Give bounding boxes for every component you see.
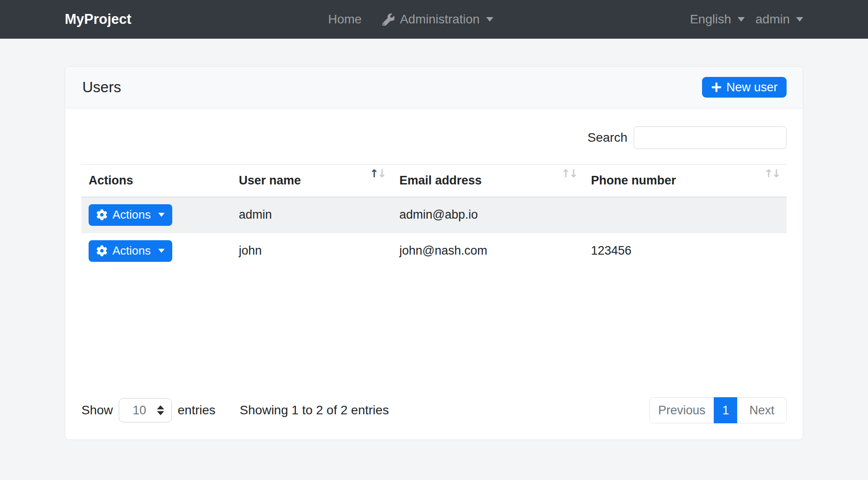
pagination-page-1[interactable]: 1 <box>714 397 738 423</box>
main-menu: Home Administration <box>131 12 690 27</box>
pagination-previous[interactable]: Previous <box>649 397 714 423</box>
column-label: Actions <box>89 174 133 187</box>
column-label: Email address <box>399 174 482 187</box>
language-dropdown[interactable]: English <box>690 12 745 27</box>
top-navbar: MyProject Home Administration English ad… <box>0 0 868 39</box>
page-size-select[interactable]: 10 <box>119 398 172 422</box>
column-label: Phone number <box>591 174 676 187</box>
cell-phone <box>584 197 787 233</box>
table-header-row: Actions User name ↑↓ Email address ↑↓ Ph… <box>81 165 787 197</box>
sort-icons: ↑↓ <box>370 167 385 180</box>
table-row: Actions admin admin@abp.io <box>81 197 787 233</box>
cell-actions: Actions <box>81 233 232 269</box>
sort-asc-icon: ↑ <box>370 167 377 180</box>
nav-home[interactable]: Home <box>328 12 362 27</box>
chevron-down-icon <box>738 17 745 22</box>
cell-actions: Actions <box>81 197 232 233</box>
column-header-user-name[interactable]: User name ↑↓ <box>232 165 392 197</box>
card-header: Users New user <box>65 67 803 108</box>
brand-logo[interactable]: MyProject <box>65 11 131 27</box>
plus-icon <box>711 82 722 93</box>
cell-user-name: john <box>232 233 392 269</box>
navbar-container: MyProject Home Administration English ad… <box>65 11 803 27</box>
column-header-email[interactable]: Email address ↑↓ <box>392 165 584 197</box>
sort-icons: ↑↓ <box>561 167 577 180</box>
entries-label: entries <box>178 403 215 417</box>
sort-asc-icon: ↑ <box>561 167 569 180</box>
chevron-down-icon <box>486 17 493 22</box>
nav-administration[interactable]: Administration <box>382 12 493 27</box>
gear-icon <box>96 209 107 220</box>
nav-administration-label: Administration <box>400 12 479 27</box>
sort-desc-icon: ↓ <box>377 167 385 180</box>
chevron-down-icon <box>158 249 165 253</box>
wrench-icon <box>382 13 394 26</box>
sort-desc-icon: ↓ <box>569 167 577 180</box>
chevron-down-icon <box>158 213 165 217</box>
new-user-button-label: New user <box>726 81 778 94</box>
user-label: admin <box>756 12 790 27</box>
chevron-down-icon <box>796 17 803 22</box>
cell-user-name: admin <box>232 197 392 233</box>
new-user-button[interactable]: New user <box>702 77 787 98</box>
navbar-right-menu: English admin <box>690 12 803 27</box>
pagination-next[interactable]: Next <box>737 397 787 423</box>
cell-email: admin@abp.io <box>392 197 584 233</box>
user-dropdown[interactable]: admin <box>756 12 803 27</box>
gear-icon <box>96 245 107 256</box>
page-size-group: Show 10 entries <box>81 398 215 422</box>
cell-phone: 123456 <box>584 233 787 269</box>
row-actions-label: Actions <box>112 244 151 258</box>
sort-asc-icon: ↑ <box>764 167 772 180</box>
sort-icons: ↑↓ <box>764 167 779 180</box>
search-row: Search <box>81 126 787 149</box>
cell-email: john@nash.com <box>392 233 584 269</box>
page-size-value: 10 <box>133 404 146 417</box>
page-content: Users New user Search Actions <box>0 66 868 440</box>
column-label: User name <box>239 174 301 187</box>
row-actions-button[interactable]: Actions <box>89 240 172 262</box>
card-body: Search Actions User name ↑↓ <box>65 108 803 440</box>
sort-desc-icon: ↓ <box>772 167 779 180</box>
search-input[interactable] <box>634 126 787 149</box>
users-card: Users New user Search Actions <box>65 66 803 440</box>
pagination: Previous 1 Next <box>649 397 787 423</box>
table-footer: Show 10 entries Showing 1 to 2 of 2 entr… <box>81 397 787 423</box>
search-label: Search <box>587 130 627 145</box>
row-actions-button[interactable]: Actions <box>89 204 172 226</box>
nav-home-label: Home <box>328 12 362 27</box>
arrow-up-icon <box>157 405 164 409</box>
language-label: English <box>690 12 731 27</box>
table-row: Actions john john@nash.com 123456 <box>81 233 787 269</box>
column-header-phone[interactable]: Phone number ↑↓ <box>584 165 787 197</box>
table-info: Showing 1 to 2 of 2 entries <box>240 403 389 417</box>
arrow-down-icon <box>157 411 164 415</box>
row-actions-label: Actions <box>112 208 151 222</box>
users-table: Actions User name ↑↓ Email address ↑↓ Ph… <box>81 164 787 269</box>
select-arrows-icon <box>157 405 164 415</box>
show-label: Show <box>81 403 113 417</box>
page-title: Users <box>82 79 121 96</box>
column-header-actions: Actions <box>81 165 232 197</box>
